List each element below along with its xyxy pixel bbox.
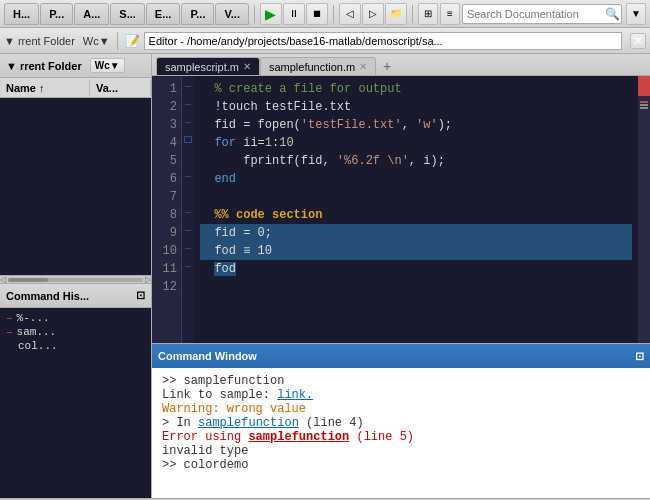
search-input[interactable] (467, 8, 605, 20)
scroll-thumb[interactable] (8, 278, 48, 282)
file-list (0, 98, 151, 275)
marker-10: – (182, 238, 194, 256)
scroll-left-icon[interactable]: ◁ (0, 275, 6, 284)
cmd-line-7: >> colordemo (162, 458, 640, 472)
tab-samplescript-close[interactable]: ✕ (243, 61, 251, 72)
cmd-line4-rest: (line 4) (299, 416, 364, 430)
cmd-error-func[interactable]: samplefunction (248, 430, 349, 444)
line-numbers: 1 2 3 4 5 6 7 8 9 10 11 12 (152, 76, 182, 343)
cmd-link-text[interactable]: link. (277, 388, 313, 402)
folder-label: ▼ rrent Folder (4, 35, 75, 47)
cmd-line-5: Error using samplefunction (line 5) (162, 430, 640, 444)
list-item: – %-... (6, 312, 145, 324)
path-bar: ▼ rrent Folder Wc▼ 📝 ✕ (0, 28, 650, 54)
cmd-line-4: > In samplefunction (line 4) (162, 416, 640, 430)
browse-button[interactable]: 📁 (385, 3, 407, 25)
code-markers: – – – □ – – – – – (182, 76, 194, 343)
run-button[interactable]: ▶ (260, 3, 282, 25)
code-line-1: % create a file for output (200, 80, 632, 98)
toolbar-sep-1 (254, 5, 255, 23)
workspace-label: Wc▼ (83, 35, 110, 47)
vscroll-thumb[interactable] (638, 76, 650, 96)
file-scrollbar[interactable]: ◁ ▷ (0, 275, 151, 283)
vscroll-marker-1 (640, 101, 648, 103)
vscroll-marker-3 (640, 107, 648, 109)
cmd-prompt-2: >> colordemo (162, 458, 248, 472)
file-browser-title: ▼ rrent Folder (6, 60, 82, 72)
cmd-prompt-1: >> samplefunction (162, 374, 284, 388)
editor-close-button[interactable]: ✕ (630, 33, 646, 49)
line-num-1: 1 (156, 80, 177, 98)
tab-samplefunction[interactable]: samplefunction.m ✕ (260, 57, 376, 75)
cmd-error-using: Error using (162, 430, 248, 444)
cmd-samplefunc-link[interactable]: samplefunction (198, 416, 299, 430)
cmd-history: Command His... ⊡ – %-... – sam... col... (0, 284, 151, 498)
cmd-history-expand[interactable]: ⊡ (136, 289, 145, 302)
fwd-button[interactable]: ▷ (362, 3, 384, 25)
tab-editor[interactable]: E... (146, 3, 181, 25)
col-val-header: Va... (90, 80, 151, 96)
history-text-1: %-... (17, 312, 50, 324)
search-box[interactable]: 🔍 (462, 4, 622, 24)
marker-8: – (182, 202, 194, 220)
tab-home[interactable]: H... (4, 3, 39, 25)
cmd-line-1: >> samplefunction (162, 374, 640, 388)
code-editor[interactable]: % create a file for output !touch testFi… (194, 76, 638, 343)
path-input[interactable] (144, 32, 622, 50)
cmd-error-line5: (line 5) (349, 430, 414, 444)
history-text-2: sam... (17, 326, 57, 338)
workspace-btn[interactable]: Wc▼ (90, 58, 125, 73)
marker-12 (182, 274, 194, 292)
cmd-window: Command Window ⊡ >> samplefunction Link … (152, 344, 650, 498)
menu-button[interactable]: ≡ (440, 3, 460, 25)
line-num-6: 6 (156, 170, 177, 188)
history-dash-2: – (6, 326, 13, 338)
cmd-in-label: > In (162, 416, 198, 430)
layout-button[interactable]: ⊞ (418, 3, 438, 25)
main-toolbar: H... P... A... S... E... P... V... ▶ ⏸ ⏹… (0, 0, 650, 28)
filter-button[interactable]: ▼ (626, 3, 646, 25)
tab-apps[interactable]: A... (74, 3, 109, 25)
code-line-7 (200, 188, 632, 206)
step-button[interactable]: ⏸ (283, 3, 305, 25)
tab-plots[interactable]: P... (40, 3, 73, 25)
line-num-5: 5 (156, 152, 177, 170)
cmd-window-body[interactable]: >> samplefunction Link to sample: link. … (152, 368, 650, 498)
editor-icon: 📝 (125, 34, 140, 48)
line-num-9: 9 (156, 224, 177, 242)
code-line-5: fprintf(fid, '%6.2f \n', i); (200, 152, 632, 170)
tab-samplefunction-close[interactable]: ✕ (359, 61, 367, 72)
code-line-6: end (200, 170, 632, 188)
file-browser-header: ▼ rrent Folder Wc▼ (0, 54, 151, 78)
cmd-window-expand[interactable]: ⊡ (635, 350, 644, 363)
toolbar-sep-3 (412, 5, 413, 23)
line-num-3: 3 (156, 116, 177, 134)
editor-panel: samplescript.m ✕ samplefunction.m ✕ + 1 … (152, 54, 650, 344)
tab-script[interactable]: S... (110, 3, 145, 25)
editor-tabs-bar: samplescript.m ✕ samplefunction.m ✕ + (152, 54, 650, 76)
cmd-line-2: Link to sample: link. (162, 388, 640, 402)
line-num-7: 7 (156, 188, 177, 206)
editor-vscroll[interactable] (638, 76, 650, 343)
scroll-right-icon[interactable]: ▷ (145, 275, 151, 284)
cmd-line-3: Warning: wrong value (162, 402, 640, 416)
line-num-4: 4 (156, 134, 177, 152)
scroll-track[interactable] (8, 278, 143, 282)
tab-add-button[interactable]: + (378, 57, 396, 75)
back-button[interactable]: ◁ (339, 3, 361, 25)
history-text-3: col... (18, 340, 58, 352)
history-dash-1: – (6, 312, 13, 324)
marker-9: – (182, 220, 194, 238)
main-layout: ▼ rrent Folder Wc▼ Name ↑ Va... ◁ ▷ Comm… (0, 54, 650, 498)
tab-samplescript[interactable]: samplescript.m ✕ (156, 57, 260, 75)
code-body: 1 2 3 4 5 6 7 8 9 10 11 12 – – – (152, 76, 650, 343)
stop-button[interactable]: ⏹ (306, 3, 328, 25)
line-num-11: 11 (156, 260, 177, 278)
code-line-10: fod ≡ 10 (200, 242, 632, 260)
toolbar-sep-2 (333, 5, 334, 23)
run-controls: ▶ ⏸ ⏹ (260, 3, 328, 25)
list-item: – sam... (6, 326, 145, 338)
tab-publish[interactable]: P... (181, 3, 214, 25)
tab-view[interactable]: V... (215, 3, 249, 25)
marker-5 (182, 148, 194, 166)
